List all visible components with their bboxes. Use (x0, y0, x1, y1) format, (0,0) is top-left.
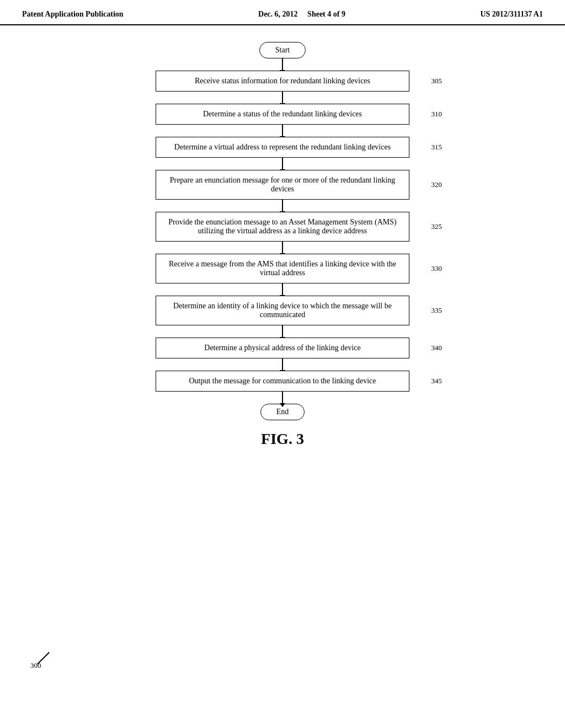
step-label-320: 320 (431, 180, 443, 189)
header-sheet: Sheet 4 of 9 (307, 10, 345, 18)
step-345: Output the message for communication to … (156, 371, 409, 392)
figure-label: FIG. 3 (261, 430, 304, 448)
arrow-2 (282, 125, 283, 137)
step-320: Prepare an enunciation message for one o… (156, 170, 409, 200)
arrow-4 (282, 200, 283, 212)
flowchart: Start Receive status information for red… (117, 42, 448, 420)
step-label-345: 345 (431, 377, 443, 386)
start-oval: Start (259, 42, 306, 58)
step-330: Receive a message from the AMS that iden… (156, 254, 409, 283)
step-label-335: 335 (431, 306, 443, 315)
header-date-sheet: Dec. 6, 2012 Sheet 4 of 9 (258, 10, 345, 19)
step-label-325: 325 (431, 222, 443, 231)
header-publication-label: Patent Application Publication (22, 10, 124, 19)
step-label-310: 310 (431, 110, 443, 119)
header-patent-number: US 2012/311137 A1 (480, 10, 543, 19)
step-label-340: 340 (431, 344, 443, 352)
arrow-7 (282, 325, 283, 338)
arrow-9 (282, 392, 283, 404)
step-310: Determine a status of the redundant link… (156, 104, 409, 125)
page-header: Patent Application Publication Dec. 6, 2… (0, 0, 565, 25)
step-335: Determine an identity of a linking devic… (156, 296, 409, 325)
main-content: Start Receive status information for red… (0, 25, 565, 448)
arrow-3 (282, 158, 283, 170)
arrow-1 (282, 92, 283, 104)
step-315: Determine a virtual address to represent… (156, 137, 409, 158)
figure-number-arrow (37, 652, 50, 665)
step-340: Determine a physical address of the link… (156, 338, 409, 358)
arrow-0 (282, 58, 283, 71)
step-label-330: 330 (431, 264, 443, 273)
header-date: Dec. 6, 2012 (258, 10, 298, 18)
arrow-6 (282, 283, 283, 296)
step-325: Provide the enunciation message to an As… (156, 212, 409, 242)
arrow-5 (282, 242, 283, 254)
step-305: Receive status information for redundant… (156, 71, 409, 92)
step-label-315: 315 (431, 143, 443, 152)
arrow-8 (282, 358, 283, 371)
step-label-305: 305 (431, 77, 443, 85)
